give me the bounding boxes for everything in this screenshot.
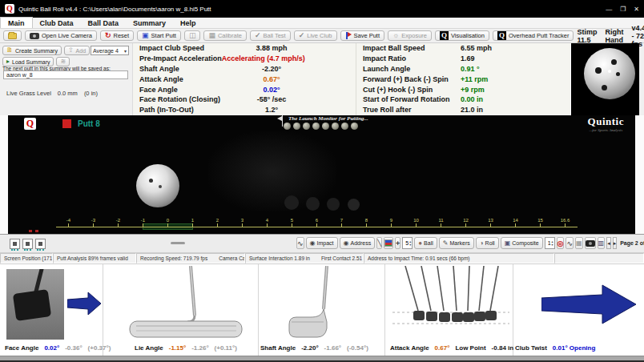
ball-metric-row: Launch Angle 0.91 ° [356, 64, 570, 74]
save-putt-button[interactable]: Save Putt [340, 30, 385, 41]
reset-button[interactable]: Reset [100, 30, 134, 41]
roll-button[interactable]: Roll [476, 237, 499, 249]
open-live-camera-button[interactable]: Open Live Camera [25, 30, 97, 41]
create-summary-button[interactable]: Create Summary [2, 46, 62, 55]
club-metric-row: Face Angle 0.02° [133, 84, 356, 95]
view-quad-button[interactable] [35, 239, 46, 249]
ball-metric-row: Impact Ball Speed 6.55 mph [356, 43, 570, 54]
shaft-angle-putter-drawing [282, 266, 362, 343]
grid-overlay-button[interactable] [575, 237, 583, 249]
crosshair-tool-button[interactable] [395, 237, 400, 249]
record-indicator [62, 119, 71, 128]
trace-length-button[interactable] [296, 237, 304, 249]
menu-main[interactable]: Main [0, 17, 33, 28]
metric-value: 21.0 in [461, 106, 483, 114]
line-tool-button[interactable] [376, 237, 382, 249]
filename-input[interactable]: aaron w_8 [3, 70, 128, 79]
ruler-tick: 8 [354, 218, 379, 227]
lie-angle-putter-drawing [112, 266, 256, 343]
face-angle-delta: (+0.37°) [88, 344, 111, 352]
trace-icon [297, 239, 304, 247]
metric-label: Impact Club Speed [139, 44, 244, 52]
view-single-button[interactable] [10, 239, 20, 249]
visualisation-button[interactable]: QVisualisation [435, 30, 489, 41]
attack-angle-impact: 0.67° [435, 344, 450, 352]
maximize-button[interactable]: ❐ [620, 6, 626, 13]
ruler-tick-label: -4 [66, 218, 70, 223]
attack-angle-sequence-drawing [391, 266, 511, 343]
ruler-tick-mark [217, 223, 218, 227]
ball-metric-row: Impact Ratio 1.69 [356, 54, 570, 64]
metric-label: Cut (+) Hook (-) Spin [363, 86, 461, 94]
start-putt-button[interactable]: Start Putt [137, 30, 181, 41]
stimp-value: Stimp 11.5 [577, 28, 597, 44]
markers-button[interactable]: Markers [439, 237, 474, 249]
page-next-button[interactable]: ▸ [613, 237, 618, 249]
ruler-tick-mark [316, 223, 317, 227]
view-dual-button[interactable] [22, 239, 33, 249]
lie-angle-impact: -1.15° [169, 344, 186, 352]
menu-ball-data[interactable]: Ball Data [81, 18, 127, 28]
metric-value: -2.20° [244, 65, 300, 73]
record-icon [142, 32, 149, 39]
lie-angle-readout: Lie Angle -1.15° -1.26° (+0.11°) [135, 344, 237, 352]
add-button[interactable]: Add [64, 46, 90, 55]
ball-button[interactable]: Ball [414, 237, 437, 249]
composite-button[interactable]: Composite [501, 237, 543, 249]
video-frame[interactable]: Q Putt 8 The Launch Monitor for Putting.… [8, 115, 635, 234]
frame-marker [29, 230, 32, 232]
snapshot-button[interactable] [585, 237, 596, 249]
spinner-down-icon[interactable]: ▾ [409, 243, 411, 247]
quintic-brand: Quintic ...for Sports Analysis [588, 115, 624, 132]
close-button[interactable]: ✕ [634, 6, 639, 13]
composite-spinner[interactable]: 1▴▾ [545, 237, 555, 249]
club-icon [189, 32, 196, 39]
ruler-tick: 1 [180, 218, 205, 227]
ruler-tick-label: -1 [141, 218, 145, 223]
stack-icon [60, 58, 66, 65]
ball-test-button[interactable]: Ball Test [250, 30, 291, 41]
curve-tool-button[interactable] [566, 237, 574, 249]
page-indicator: Page 2 of 6 [618, 240, 644, 246]
grass-level-mm: 0.0 mm [58, 90, 78, 97]
window-title: Quintic Ball Roll v4.4 : C:\Users\alan\D… [18, 6, 211, 13]
menu-club-data[interactable]: Club Data [33, 18, 81, 28]
line-width-spinner[interactable]: 5▴▾ [402, 237, 413, 249]
metric-value: 0.67° [244, 75, 300, 83]
calibrate-button[interactable]: Calibrate [203, 30, 247, 41]
timeline-slider[interactable] [171, 242, 185, 244]
club-tool-button[interactable] [184, 30, 201, 41]
page-prev-button[interactable]: ◂ [606, 237, 611, 249]
video-left-margin [0, 115, 8, 234]
golf-ball-video [136, 164, 179, 207]
ruler-tick-mark [565, 223, 566, 227]
sun-icon [392, 32, 399, 39]
spinner-down-icon[interactable]: ▾ [552, 243, 553, 247]
multi-line-tool-button[interactable] [384, 237, 393, 249]
graph-button[interactable] [598, 237, 606, 249]
check-icon [299, 32, 305, 39]
exposure-button[interactable]: Exposure [388, 30, 432, 41]
ruler-tick: 10 [404, 218, 429, 227]
menu-help[interactable]: Help [173, 18, 203, 28]
video-toolbar: Impact Address 5▴▾ Ball Markers Roll Com… [0, 234, 644, 253]
metric-label: Impact Ball Speed [363, 44, 461, 52]
impact-button[interactable]: Impact [306, 237, 338, 249]
menu-summary[interactable]: Summary [126, 18, 173, 28]
curve-icon [566, 239, 573, 247]
ruler-tick-label: 10 [413, 218, 419, 223]
target-button[interactable] [557, 237, 565, 249]
save-flag-icon [345, 32, 352, 39]
ruler-tick-label: 3 [241, 218, 244, 223]
live-club-button[interactable]: Live Club [294, 30, 337, 41]
shaft-angle-impact: -2.20° [301, 344, 318, 352]
average-dropdown[interactable]: Average 4▾ [91, 46, 129, 55]
handedness-value: Right Hand [605, 28, 623, 44]
watermark-balls [284, 123, 358, 130]
overhead-putt-tracker-button[interactable]: QOverhead Putt Tracker [493, 30, 574, 41]
address-button[interactable]: Address [340, 237, 376, 249]
metric-label: True Roll after [363, 106, 461, 114]
open-file-button[interactable] [3, 30, 22, 41]
address-dot-icon [344, 239, 349, 247]
minimize-button[interactable]: — [606, 6, 612, 13]
